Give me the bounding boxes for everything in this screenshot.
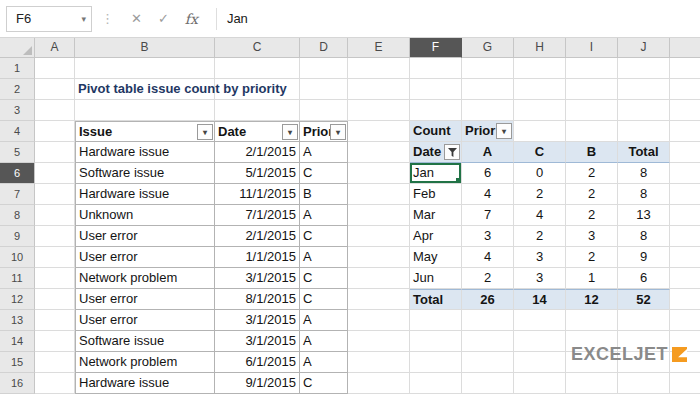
cell-J1[interactable] — [618, 58, 670, 79]
cell-D1[interactable] — [300, 58, 348, 79]
cell-H4[interactable] — [514, 121, 566, 142]
cell-G13[interactable] — [462, 310, 514, 331]
cell-G4[interactable]: Prior▾ — [462, 121, 514, 142]
select-all-button[interactable] — [0, 38, 35, 58]
cell-D2[interactable] — [300, 79, 348, 100]
cell-I11[interactable]: 1 — [566, 268, 618, 289]
cell-F9[interactable]: Apr — [410, 226, 462, 247]
cell-E9[interactable] — [348, 226, 410, 247]
cell-C5[interactable]: 2/1/2015 — [215, 142, 300, 163]
cell-G7[interactable]: 4 — [462, 184, 514, 205]
cell-G8[interactable]: 7 — [462, 205, 514, 226]
cell-G11[interactable]: 2 — [462, 268, 514, 289]
column-header-B[interactable]: B — [75, 38, 215, 58]
cell-H12[interactable]: 14 — [514, 289, 566, 310]
cell-A9[interactable] — [35, 226, 75, 247]
cell-E7[interactable] — [348, 184, 410, 205]
cell-J12[interactable]: 52 — [618, 289, 670, 310]
row-header-6[interactable]: 6 — [0, 163, 35, 184]
cell-B12[interactable]: User error — [75, 289, 215, 310]
cell-H7[interactable]: 2 — [514, 184, 566, 205]
row-header-5[interactable]: 5 — [0, 142, 35, 163]
cell-H3[interactable] — [514, 100, 566, 121]
cell-B1[interactable] — [75, 58, 215, 79]
cell-G9[interactable]: 3 — [462, 226, 514, 247]
row-header-1[interactable]: 1 — [0, 58, 35, 79]
cell-H11[interactable]: 3 — [514, 268, 566, 289]
row-header-13[interactable]: 13 — [0, 310, 35, 331]
cell-C15[interactable]: 6/1/2015 — [215, 352, 300, 373]
cell-C14[interactable]: 3/1/2015 — [215, 331, 300, 352]
cell-F15[interactable] — [410, 352, 462, 373]
row-header-15[interactable]: 15 — [0, 352, 35, 373]
cell-B2[interactable]: Pivot table issue count by priority — [75, 79, 215, 100]
cell-C12[interactable]: 8/1/2015 — [215, 289, 300, 310]
cell-C1[interactable] — [215, 58, 300, 79]
cell-J6[interactable]: 8 — [618, 163, 670, 184]
cell-J4[interactable] — [618, 121, 670, 142]
cell-C3[interactable] — [215, 100, 300, 121]
row-header-8[interactable]: 8 — [0, 205, 35, 226]
cell-G16[interactable] — [462, 373, 514, 394]
filter-dropdown-button[interactable]: ▾ — [197, 124, 213, 140]
cell-D3[interactable] — [300, 100, 348, 121]
cell-A7[interactable] — [35, 184, 75, 205]
cell-D12[interactable]: C — [300, 289, 348, 310]
filter-funnel-button[interactable] — [444, 144, 460, 160]
cell-J13[interactable] — [618, 310, 670, 331]
cell-H2[interactable] — [514, 79, 566, 100]
cell-D8[interactable]: A — [300, 205, 348, 226]
cell-H5[interactable]: C — [514, 142, 566, 163]
cell-A11[interactable] — [35, 268, 75, 289]
cell-A13[interactable] — [35, 310, 75, 331]
cell-J7[interactable]: 8 — [618, 184, 670, 205]
cell-E2[interactable] — [348, 79, 410, 100]
filter-dropdown-button[interactable]: ▾ — [330, 124, 346, 140]
cell-F11[interactable]: Jun — [410, 268, 462, 289]
cell-F16[interactable] — [410, 373, 462, 394]
cell-B4[interactable]: Issue▾ — [75, 121, 215, 142]
cell-J2[interactable] — [618, 79, 670, 100]
cell-D9[interactable]: C — [300, 226, 348, 247]
cell-F12[interactable]: Total — [410, 289, 462, 310]
cell-H15[interactable] — [514, 352, 566, 373]
cell-F2[interactable] — [410, 79, 462, 100]
cell-H9[interactable]: 2 — [514, 226, 566, 247]
cell-E1[interactable] — [348, 58, 410, 79]
cell-F1[interactable] — [410, 58, 462, 79]
cell-E12[interactable] — [348, 289, 410, 310]
row-header-3[interactable]: 3 — [0, 100, 35, 121]
cell-E6[interactable] — [348, 163, 410, 184]
cell-H10[interactable]: 3 — [514, 247, 566, 268]
cell-B5[interactable]: Hardware issue — [75, 142, 215, 163]
cell-I13[interactable] — [566, 310, 618, 331]
cell-F5[interactable]: Date — [410, 142, 462, 163]
cell-A14[interactable] — [35, 331, 75, 352]
cell-J16[interactable] — [618, 373, 670, 394]
cell-E15[interactable] — [348, 352, 410, 373]
row-header-7[interactable]: 7 — [0, 184, 35, 205]
cell-J3[interactable] — [618, 100, 670, 121]
cell-E10[interactable] — [348, 247, 410, 268]
cell-J5[interactable]: Total — [618, 142, 670, 163]
cell-B13[interactable]: User error — [75, 310, 215, 331]
column-header-D[interactable]: D — [300, 38, 348, 58]
column-header-I[interactable]: I — [566, 38, 618, 58]
cell-I3[interactable] — [566, 100, 618, 121]
cell-B8[interactable]: Unknown — [75, 205, 215, 226]
cell-B14[interactable]: Software issue — [75, 331, 215, 352]
cell-B3[interactable] — [75, 100, 215, 121]
cell-C10[interactable]: 1/1/2015 — [215, 247, 300, 268]
cell-I7[interactable]: 2 — [566, 184, 618, 205]
cell-D7[interactable]: B — [300, 184, 348, 205]
cell-A2[interactable] — [35, 79, 75, 100]
cancel-icon[interactable]: ✕ — [131, 11, 142, 26]
cell-D16[interactable]: C — [300, 373, 348, 394]
cell-C13[interactable]: 3/1/2015 — [215, 310, 300, 331]
cell-C8[interactable]: 7/1/2015 — [215, 205, 300, 226]
cell-H6[interactable]: 0 — [514, 163, 566, 184]
formula-input[interactable]: Jan — [227, 11, 248, 26]
cell-B9[interactable]: User error — [75, 226, 215, 247]
cell-C6[interactable]: 5/1/2015 — [215, 163, 300, 184]
cell-J8[interactable]: 13 — [618, 205, 670, 226]
